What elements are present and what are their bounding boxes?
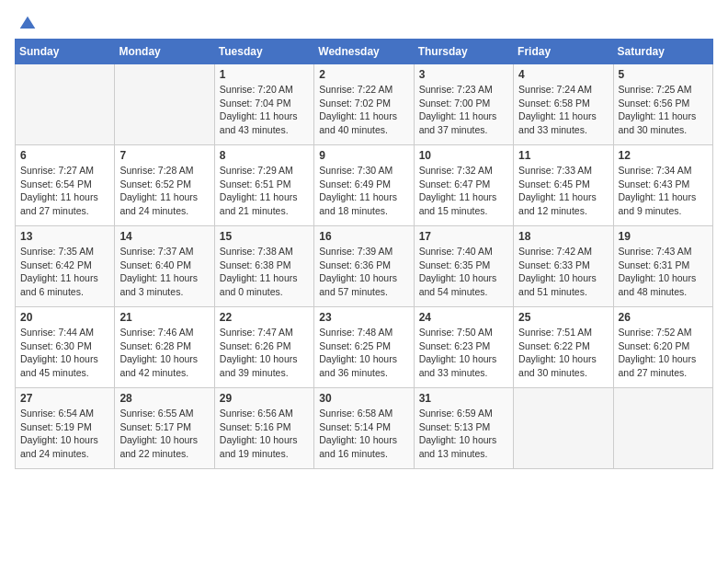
day-number: 10 [419,149,508,162]
day-info: Sunrise: 7:44 AMSunset: 6:30 PMDaylight:… [20,326,109,380]
day-info: Sunrise: 7:20 AMSunset: 7:04 PMDaylight:… [220,83,309,137]
day-info: Sunrise: 7:35 AMSunset: 6:42 PMDaylight:… [20,245,109,299]
day-of-week-header: Tuesday [214,40,313,64]
calendar-cell: 26Sunrise: 7:52 AMSunset: 6:20 PMDayligh… [613,307,712,388]
day-number: 2 [319,68,408,81]
calendar-cell: 21Sunrise: 7:46 AMSunset: 6:28 PMDayligh… [115,307,214,388]
day-of-week-header: Monday [115,40,214,64]
day-info: Sunrise: 6:55 AMSunset: 5:17 PMDaylight:… [119,407,209,461]
day-number: 31 [419,392,508,405]
day-number: 4 [518,68,608,81]
calendar-cell: 31Sunrise: 6:59 AMSunset: 5:13 PMDayligh… [414,388,513,469]
day-of-week-header: Saturday [613,40,712,64]
calendar-cell: 7Sunrise: 7:28 AMSunset: 6:52 PMDaylight… [115,145,214,226]
calendar-cell: 9Sunrise: 7:30 AMSunset: 6:49 PMDaylight… [314,145,414,226]
calendar-cell: 11Sunrise: 7:33 AMSunset: 6:45 PMDayligh… [514,145,613,226]
day-number: 8 [220,149,309,162]
day-info: Sunrise: 7:52 AMSunset: 6:20 PMDaylight:… [619,326,708,380]
day-of-week-header: Friday [514,40,613,64]
day-number: 29 [220,392,309,405]
day-number: 28 [119,392,209,405]
calendar-cell: 14Sunrise: 7:37 AMSunset: 6:40 PMDayligh… [115,226,214,307]
calendar-week-row: 27Sunrise: 6:54 AMSunset: 5:19 PMDayligh… [16,388,713,469]
calendar-body: 1Sunrise: 7:20 AMSunset: 7:04 PMDaylight… [16,64,713,469]
calendar-cell: 29Sunrise: 6:56 AMSunset: 5:16 PMDayligh… [214,388,313,469]
day-info: Sunrise: 7:39 AMSunset: 6:36 PMDaylight:… [319,245,408,299]
day-number: 6 [20,149,109,162]
calendar-cell: 24Sunrise: 7:50 AMSunset: 6:23 PMDayligh… [414,307,513,388]
calendar-cell: 18Sunrise: 7:42 AMSunset: 6:33 PMDayligh… [514,226,613,307]
calendar-cell: 3Sunrise: 7:23 AMSunset: 7:00 PMDaylight… [414,64,513,145]
day-number: 5 [619,68,708,81]
day-number: 23 [319,311,408,324]
svg-marker-0 [20,17,36,29]
calendar-cell: 20Sunrise: 7:44 AMSunset: 6:30 PMDayligh… [16,307,115,388]
day-info: Sunrise: 7:42 AMSunset: 6:33 PMDaylight:… [518,245,608,299]
calendar-cell: 19Sunrise: 7:43 AMSunset: 6:31 PMDayligh… [613,226,712,307]
day-info: Sunrise: 7:22 AMSunset: 7:02 PMDaylight:… [319,83,408,137]
day-number: 30 [319,392,408,405]
day-number: 3 [419,68,508,81]
day-number: 7 [119,149,209,162]
logo-icon [18,15,37,33]
day-info: Sunrise: 7:30 AMSunset: 6:49 PMDaylight:… [319,164,408,218]
day-info: Sunrise: 7:25 AMSunset: 6:56 PMDaylight:… [619,83,708,137]
calendar-week-row: 1Sunrise: 7:20 AMSunset: 7:04 PMDaylight… [16,64,713,145]
day-info: Sunrise: 7:28 AMSunset: 6:52 PMDaylight:… [119,164,209,218]
calendar-cell [613,388,712,469]
day-info: Sunrise: 7:27 AMSunset: 6:54 PMDaylight:… [20,164,109,218]
day-number: 9 [319,149,408,162]
day-info: Sunrise: 7:24 AMSunset: 6:58 PMDaylight:… [518,83,608,137]
day-number: 22 [220,311,309,324]
calendar-cell: 28Sunrise: 6:55 AMSunset: 5:17 PMDayligh… [115,388,214,469]
calendar-cell [115,64,214,145]
calendar-cell: 12Sunrise: 7:34 AMSunset: 6:43 PMDayligh… [613,145,712,226]
day-info: Sunrise: 6:56 AMSunset: 5:16 PMDaylight:… [220,407,309,461]
day-number: 19 [619,230,708,243]
day-of-week-header: Thursday [414,40,513,64]
day-number: 11 [518,149,608,162]
day-number: 25 [518,311,608,324]
day-of-week-header: Sunday [16,40,115,64]
calendar-cell: 10Sunrise: 7:32 AMSunset: 6:47 PMDayligh… [414,145,513,226]
day-number: 27 [20,392,109,405]
calendar-cell: 2Sunrise: 7:22 AMSunset: 7:02 PMDaylight… [314,64,414,145]
day-info: Sunrise: 7:47 AMSunset: 6:26 PMDaylight:… [220,326,309,380]
calendar-cell [514,388,613,469]
calendar-week-row: 20Sunrise: 7:44 AMSunset: 6:30 PMDayligh… [16,307,713,388]
day-info: Sunrise: 7:33 AMSunset: 6:45 PMDaylight:… [518,164,608,218]
calendar-table: SundayMondayTuesdayWednesdayThursdayFrid… [15,39,713,469]
day-info: Sunrise: 7:43 AMSunset: 6:31 PMDaylight:… [619,245,708,299]
calendar-cell: 8Sunrise: 7:29 AMSunset: 6:51 PMDaylight… [214,145,313,226]
calendar-cell: 25Sunrise: 7:51 AMSunset: 6:22 PMDayligh… [514,307,613,388]
calendar-header-row: SundayMondayTuesdayWednesdayThursdayFrid… [16,40,713,64]
calendar-week-row: 6Sunrise: 7:27 AMSunset: 6:54 PMDaylight… [16,145,713,226]
day-info: Sunrise: 7:38 AMSunset: 6:38 PMDaylight:… [220,245,309,299]
calendar-cell: 16Sunrise: 7:39 AMSunset: 6:36 PMDayligh… [314,226,414,307]
day-info: Sunrise: 7:46 AMSunset: 6:28 PMDaylight:… [119,326,209,380]
day-info: Sunrise: 7:32 AMSunset: 6:47 PMDaylight:… [419,164,508,218]
calendar-cell: 27Sunrise: 6:54 AMSunset: 5:19 PMDayligh… [16,388,115,469]
day-info: Sunrise: 7:23 AMSunset: 7:00 PMDaylight:… [419,83,508,137]
day-info: Sunrise: 6:58 AMSunset: 5:14 PMDaylight:… [319,407,408,461]
day-number: 17 [419,230,508,243]
day-number: 15 [220,230,309,243]
day-info: Sunrise: 6:54 AMSunset: 5:19 PMDaylight:… [20,407,109,461]
day-info: Sunrise: 7:51 AMSunset: 6:22 PMDaylight:… [518,326,608,380]
calendar-cell [16,64,115,145]
day-number: 21 [119,311,209,324]
day-info: Sunrise: 7:29 AMSunset: 6:51 PMDaylight:… [220,164,309,218]
day-number: 16 [319,230,408,243]
day-number: 12 [619,149,708,162]
calendar-cell: 1Sunrise: 7:20 AMSunset: 7:04 PMDaylight… [214,64,313,145]
day-number: 20 [20,311,109,324]
calendar-cell: 4Sunrise: 7:24 AMSunset: 6:58 PMDaylight… [514,64,613,145]
logo [15,15,37,29]
calendar-week-row: 13Sunrise: 7:35 AMSunset: 6:42 PMDayligh… [16,226,713,307]
day-info: Sunrise: 7:37 AMSunset: 6:40 PMDaylight:… [119,245,209,299]
page-header [15,15,713,29]
calendar-cell: 15Sunrise: 7:38 AMSunset: 6:38 PMDayligh… [214,226,313,307]
calendar-cell: 17Sunrise: 7:40 AMSunset: 6:35 PMDayligh… [414,226,513,307]
day-number: 13 [20,230,109,243]
day-number: 1 [220,68,309,81]
